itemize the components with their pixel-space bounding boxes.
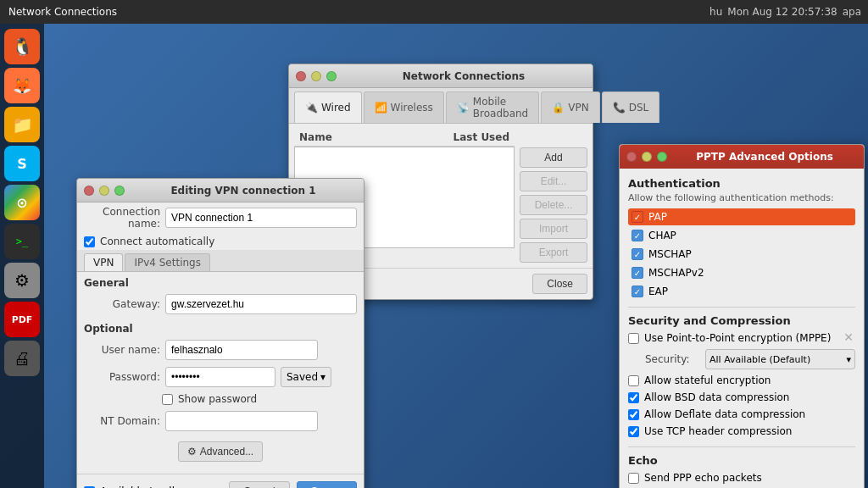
pptp-titlebar: PPTP Advanced Options [620, 145, 864, 169]
auth-option-mschap[interactable]: ✓ MSCHAP [628, 246, 855, 263]
dock-icon-gear[interactable]: ⚙ [4, 263, 40, 298]
dock-icon-ubuntu[interactable]: 🐧 [4, 29, 40, 64]
tcp-label: Use TCP header compression [644, 425, 792, 437]
deflate-row: Allow Deflate data compression [628, 406, 855, 423]
vpn-editor-minimize-btn[interactable] [99, 186, 109, 196]
pptp-close-btn[interactable] [626, 152, 637, 162]
tab-mobile-label: Mobile Broadband [473, 96, 528, 119]
gateway-input[interactable] [165, 294, 357, 314]
mppe-row: Use Point-to-Point encryption (MPPE) [628, 330, 855, 347]
mschapv2-checkbox[interactable]: ✓ [632, 267, 643, 279]
tcp-row: Use TCP header compression [628, 423, 855, 440]
tab-vpn[interactable]: 🔒 VPN [541, 92, 599, 123]
vpn-action-buttons: Cancel Save... [229, 481, 357, 488]
vpn-save-button[interactable]: Save... [297, 481, 357, 488]
auth-option-mschapv2[interactable]: ✓ MSCHAPv2 [628, 264, 855, 281]
wireless-icon: 📶 [375, 102, 387, 114]
auth-option-chap[interactable]: ✓ CHAP [628, 227, 855, 244]
tab-wireless[interactable]: 📶 Wireless [364, 92, 444, 123]
bsd-checkbox[interactable] [628, 392, 639, 403]
edit-button[interactable]: Edit... [520, 171, 587, 191]
connection-name-input[interactable] [165, 208, 357, 228]
dsl-icon: 📞 [613, 102, 626, 114]
network-connections-title: Network Connections [342, 70, 586, 82]
security-label-row: Security: All Available (Default) ▾ [628, 347, 855, 372]
network-connections-maximize-btn[interactable] [326, 71, 337, 81]
dock-icon-terminal[interactable]: >_ [4, 224, 40, 259]
auth-section-title: Authentication [628, 177, 855, 190]
dropdown-arrow-icon: ▾ [320, 371, 326, 383]
advanced-row: ⚙ Advanced... [77, 435, 364, 469]
network-list-header: Name Last Used [294, 129, 515, 147]
taskbar: Network Connections hu Mon Aug 12 20:57:… [0, 0, 868, 24]
import-button[interactable]: Import [520, 219, 587, 239]
pptp-maximize-btn[interactable] [657, 152, 667, 162]
tab-dsl-label: DSL [629, 102, 649, 114]
gateway-label: Gateway: [84, 298, 160, 310]
tab-wired[interactable]: 🔌 Wired [294, 92, 362, 123]
add-button[interactable]: Add [520, 147, 587, 168]
security-dropdown[interactable]: All Available (Default) ▾ [705, 349, 855, 369]
bsd-row: Allow BSD data compression [628, 389, 855, 406]
security-dropdown-arrow: ▾ [846, 354, 851, 365]
vpn-editor-close-btn[interactable] [84, 186, 94, 196]
vpn-editor-titlebar: Editing VPN connection 1 [77, 179, 364, 202]
stateful-row: Allow stateful encryption [628, 372, 855, 389]
show-password-row: Show password [77, 391, 364, 408]
network-close-button[interactable]: Close [532, 274, 587, 294]
username-input[interactable] [165, 340, 318, 360]
ppp-row: Send PPP echo packets [628, 469, 855, 486]
vpn-tab-ipv4[interactable]: IPv4 Settings [125, 253, 210, 271]
vpn-editor-title: Editing VPN connection 1 [130, 185, 357, 197]
vpn-cancel-button[interactable]: Cancel [229, 481, 289, 488]
deflate-checkbox[interactable] [628, 409, 639, 420]
dock-icon-files[interactable]: 📁 [4, 107, 40, 142]
pap-checkbox[interactable]: ✓ [632, 211, 643, 223]
tab-dsl[interactable]: 📞 DSL [602, 92, 660, 123]
tab-mobile-broadband[interactable]: 📡 Mobile Broadband [446, 92, 539, 123]
network-connections-minimize-btn[interactable] [311, 71, 321, 81]
show-password-checkbox[interactable] [162, 394, 173, 405]
connect-auto-checkbox[interactable] [84, 236, 95, 247]
pptp-content: Authentication Allow the following authe… [620, 169, 864, 488]
pap-label: PAP [648, 211, 667, 223]
ppp-label: Send PPP echo packets [644, 472, 762, 484]
auth-option-eap[interactable]: ✓ EAP [628, 283, 855, 300]
echo-section-title: Echo [628, 454, 855, 467]
chap-label: CHAP [648, 230, 676, 241]
dock-icon-pdf[interactable]: PDF [4, 302, 40, 337]
password-mode-label: Saved [287, 371, 318, 383]
password-row: Password: Saved ▾ [77, 363, 364, 391]
delete-button[interactable]: Delete... [520, 195, 587, 215]
vpn-tab-vpn[interactable]: VPN [84, 253, 123, 271]
nt-domain-input[interactable] [165, 411, 318, 431]
tcp-checkbox[interactable] [628, 426, 639, 437]
column-last-used: Last Used [425, 131, 509, 143]
advanced-button[interactable]: ⚙ Advanced... [178, 441, 263, 462]
export-button[interactable]: Export [520, 242, 587, 263]
mppe-checkbox[interactable] [628, 333, 639, 344]
pptp-minimize-btn[interactable] [642, 152, 652, 162]
security-value: All Available (Default) [709, 354, 810, 365]
network-connections-close-btn[interactable] [296, 71, 306, 81]
connect-auto-label: Connect automatically [100, 236, 214, 247]
ppp-checkbox[interactable] [628, 473, 639, 484]
password-input[interactable] [165, 367, 275, 387]
pptp-title: PPTP Advanced Options [672, 151, 857, 163]
gateway-row: Gateway: [77, 291, 364, 318]
nt-domain-row: NT Domain: [77, 408, 364, 435]
vpn-editor-maximize-btn[interactable] [114, 186, 125, 196]
pptp-x-button[interactable]: ✕ [842, 330, 855, 344]
stateful-label: Allow stateful encryption [644, 374, 771, 386]
stateful-checkbox[interactable] [628, 375, 639, 386]
auth-option-pap[interactable]: ✓ PAP [628, 208, 855, 225]
mschap-checkbox[interactable]: ✓ [632, 248, 643, 260]
show-password-label: Show password [178, 393, 257, 405]
password-mode-dropdown[interactable]: Saved ▾ [281, 367, 331, 387]
chap-checkbox[interactable]: ✓ [632, 230, 643, 241]
dock-icon-skype[interactable]: S [4, 146, 40, 181]
dock-icon-firefox[interactable]: 🦊 [4, 68, 40, 103]
dock-icon-printer[interactable]: 🖨 [4, 341, 40, 376]
dock-icon-chrome[interactable]: ⊙ [4, 185, 40, 220]
eap-checkbox[interactable]: ✓ [632, 286, 643, 297]
